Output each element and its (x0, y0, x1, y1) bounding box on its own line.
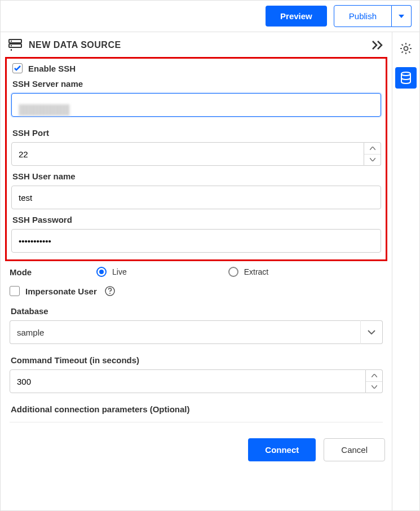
additional-params-label: Additional connection parameters (Option… (11, 404, 383, 414)
svg-point-8 (401, 72, 410, 76)
panel-header: NEW DATA SOURCE (1, 32, 392, 57)
impersonate-checkbox[interactable] (10, 286, 20, 296)
chevron-up-icon (370, 147, 375, 150)
timeout-label: Command Timeout (in seconds) (11, 355, 383, 365)
svg-point-7 (404, 47, 408, 51)
database-label: Database (11, 306, 383, 316)
side-panel (392, 32, 419, 510)
ssh-section-highlight: Enable SSH SSH Server name SSH Port SS (5, 57, 387, 261)
cancel-button[interactable]: Cancel (324, 438, 385, 461)
panel-title: NEW DATA SOURCE (29, 40, 121, 50)
ssh-password-input[interactable] (11, 229, 381, 253)
ssh-port-input[interactable] (11, 142, 364, 166)
enable-ssh-checkbox[interactable] (12, 63, 23, 73)
caret-down-icon (399, 15, 404, 18)
chevron-down-icon (368, 330, 375, 334)
timeout-increment-button[interactable] (366, 370, 382, 382)
gear-icon (400, 42, 412, 55)
top-bar: Preview Publish (0, 0, 420, 32)
mode-live-label: Live (112, 267, 127, 276)
database-icon (400, 72, 412, 84)
chevron-up-icon (372, 374, 377, 377)
ssh-user-input[interactable] (11, 186, 381, 209)
ssh-password-label: SSH Password (12, 215, 381, 224)
port-increment-button[interactable] (364, 143, 381, 155)
publish-dropdown-button[interactable] (392, 5, 412, 27)
mode-label: Mode (10, 267, 83, 277)
svg-point-6 (109, 293, 110, 294)
divider (10, 422, 383, 422)
help-icon[interactable] (105, 286, 115, 296)
publish-button-group: Publish (334, 5, 412, 27)
expand-icon[interactable] (372, 40, 384, 50)
settings-tab[interactable] (395, 38, 417, 59)
ssh-user-label: SSH User name (12, 171, 381, 181)
datasource-tab[interactable] (395, 67, 417, 89)
chevron-down-icon (372, 385, 377, 389)
connect-button[interactable]: Connect (248, 438, 316, 461)
mode-extract-radio[interactable]: Extract (228, 267, 269, 277)
enable-ssh-label: Enable SSH (28, 64, 76, 73)
timeout-stepper (10, 369, 383, 393)
svg-point-4 (11, 45, 12, 46)
svg-point-3 (11, 41, 12, 42)
publish-button[interactable]: Publish (334, 5, 392, 27)
timeout-input[interactable] (10, 369, 366, 393)
mode-live-radio[interactable]: Live (96, 267, 127, 277)
redacted-server-value (19, 104, 70, 116)
check-icon (14, 65, 21, 71)
mode-extract-label: Extract (244, 267, 269, 276)
impersonate-label: Impersonate User (25, 287, 97, 296)
port-decrement-button[interactable] (364, 155, 381, 166)
footer: Connect Cancel (1, 429, 392, 468)
database-value: sample (10, 320, 360, 344)
preview-button[interactable]: Preview (266, 6, 327, 27)
ssh-server-label: SSH Server name (12, 79, 381, 89)
chevron-down-icon (370, 158, 375, 161)
ssh-port-stepper (11, 142, 381, 166)
timeout-decrement-button[interactable] (366, 382, 382, 393)
datasource-icon (8, 39, 22, 51)
database-select[interactable]: sample (10, 320, 383, 344)
database-dropdown-button[interactable] (360, 320, 383, 344)
